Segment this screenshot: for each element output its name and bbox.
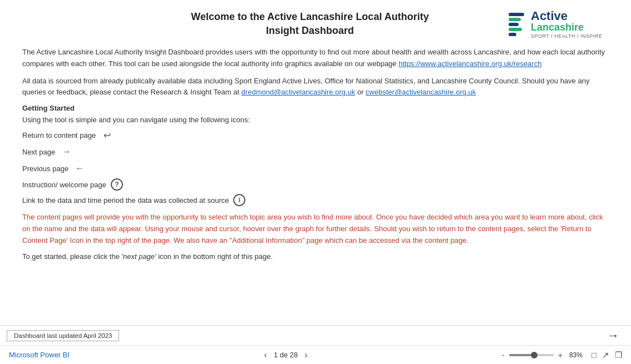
- zoom-slider-thumb: [531, 352, 538, 358]
- next-page-icon: →: [60, 145, 73, 158]
- next-page-nav-button[interactable]: ›: [302, 349, 309, 361]
- page-info: 1 de 28: [274, 351, 298, 359]
- nav-label-next: Next page: [22, 148, 55, 156]
- nav-item-previous: Previous page ←: [22, 162, 609, 175]
- zoom-slider[interactable]: [509, 354, 554, 356]
- info-icon: i: [233, 194, 245, 206]
- prev-page-icon: ←: [73, 162, 86, 175]
- getting-started-title: Getting Started: [22, 104, 609, 112]
- next-page-button[interactable]: →: [602, 327, 624, 344]
- header-row: Welcome to the Active Lancashire Local A…: [22, 10, 609, 39]
- logo-text: Active Lancashire SPORT / HEALTH / INSPI…: [531, 10, 603, 39]
- logo-lines-icon: [509, 13, 524, 36]
- fit-page-icon[interactable]: □: [591, 350, 597, 360]
- footer-bar: Dashboard last updated April 2023 →: [0, 325, 631, 345]
- email2-link[interactable]: cwebster@activelancashire.org.uk: [366, 88, 476, 96]
- logo-tagline: SPORT / HEALTH / INSPIRE: [531, 33, 603, 39]
- dashboard-updated-badge: Dashboard last updated April 2023: [7, 330, 119, 341]
- title-block: Welcome to the Active Lancashire Local A…: [122, 10, 509, 38]
- main-content: Welcome to the Active Lancashire Local A…: [0, 0, 631, 325]
- zoom-minus-label: -: [502, 351, 505, 360]
- powerbi-bar: Microsoft Power BI ‹ 1 de 28 › - + 83% □…: [0, 345, 631, 364]
- nav-item-return: Return to content page ↩: [22, 128, 609, 142]
- share-icon[interactable]: ↗: [602, 350, 609, 360]
- nav-intro: Using the tool is simple and you can nav…: [22, 116, 609, 124]
- powerbi-link[interactable]: Microsoft Power BI: [9, 351, 70, 359]
- nav-label-return: Return to content page: [22, 131, 96, 139]
- zoom-percent: 83%: [569, 351, 583, 359]
- intro-paragraph-2: All data is sourced from already publica…: [22, 76, 609, 99]
- next-page-instruction: To get started, please click the 'next p…: [22, 252, 609, 261]
- zoom-plus-label: +: [558, 351, 563, 360]
- logo-active: Active: [531, 10, 603, 22]
- prev-page-nav-button[interactable]: ‹: [262, 349, 269, 361]
- page-navigation: ‹ 1 de 28 ›: [262, 349, 310, 361]
- zoom-controls: - + 83% □ ↗ ❐: [502, 350, 622, 360]
- getting-started-section: Getting Started Using the tool is simple…: [22, 104, 609, 206]
- email1-link[interactable]: dredmond@activelancashire.org.uk: [241, 88, 356, 96]
- fullscreen-icon[interactable]: ❐: [615, 350, 622, 360]
- content-pages-paragraph: The content pages will provide you with …: [22, 212, 609, 246]
- return-icon: ↩: [100, 128, 114, 142]
- page-title: Welcome to the Active Lancashire Local A…: [122, 10, 497, 38]
- nav-label-instruction: Instruction/ welcome page: [22, 181, 106, 189]
- research-link[interactable]: https://www.activelancashire.org.uk/rese…: [398, 59, 541, 68]
- logo-lancashire: Lancashire: [531, 22, 603, 32]
- nav-label-previous: Previous page: [22, 164, 68, 173]
- question-icon: ?: [111, 178, 123, 191]
- powerbi-right-icons: □ ↗ ❐: [587, 350, 622, 360]
- nav-item-next: Next page →: [22, 145, 609, 158]
- nav-item-instruction: Instruction/ welcome page ?: [22, 178, 609, 191]
- intro-paragraph-1: The Active Lancashire Local Authority In…: [22, 47, 609, 70]
- nav-item-data-link: Link to the data and time period the dat…: [22, 194, 609, 206]
- nav-label-data-link: Link to the data and time period the dat…: [22, 196, 229, 205]
- logo-block: Active Lancashire SPORT / HEALTH / INSPI…: [509, 10, 609, 39]
